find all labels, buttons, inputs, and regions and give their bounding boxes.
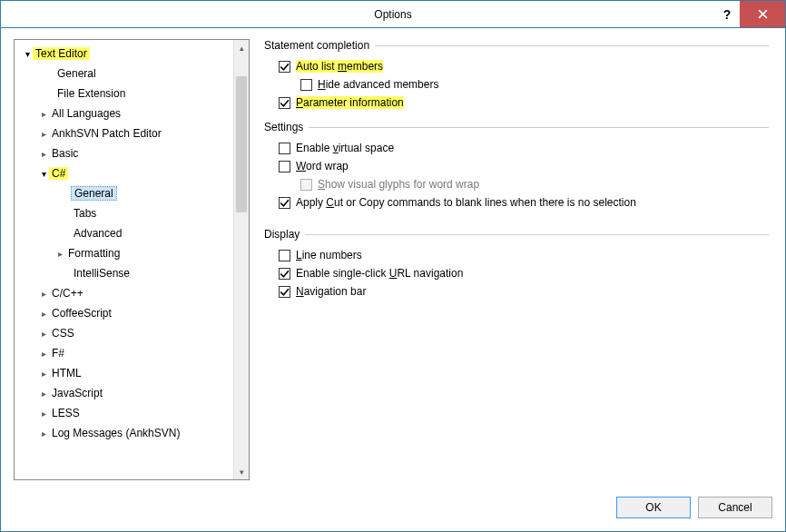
- expand-icon[interactable]: ▸: [38, 429, 49, 438]
- dialog-body: ▾ Text Editor General File Extension ▸Al…: [1, 28, 785, 488]
- tree-item-cpp[interactable]: ▸C/C++: [15, 283, 233, 303]
- tree-item-basic[interactable]: ▸Basic: [15, 143, 233, 163]
- label-cut-copy-blank[interactable]: Apply Cut or Copy commands to blank line…: [296, 196, 636, 209]
- group-display: Display Line numbers Enable single-click…: [262, 228, 769, 300]
- group-legend: Settings: [262, 121, 309, 133]
- tree-item-csharp-formatting[interactable]: ▸Formatting: [15, 243, 233, 263]
- label-auto-list-members[interactable]: Auto list members: [296, 60, 383, 73]
- scroll-up-button[interactable]: ▴: [234, 40, 249, 55]
- label-hide-advanced[interactable]: Hide advanced members: [318, 78, 438, 91]
- expand-icon[interactable]: ▸: [38, 129, 49, 139]
- titlebar: Options ?: [1, 1, 785, 28]
- checkbox-navigation-bar[interactable]: [279, 286, 290, 298]
- expand-icon[interactable]: ▸: [54, 249, 65, 259]
- label-visual-glyphs: Show visual glyphs for word wrap: [318, 178, 479, 191]
- dialog-buttons: OK Cancel: [1, 488, 785, 531]
- label-parameter-info[interactable]: Parameter information: [296, 96, 404, 109]
- label-virtual-space[interactable]: Enable virtual space: [296, 142, 394, 154]
- tree-viewport: ▾ Text Editor General File Extension ▸Al…: [15, 40, 233, 479]
- window-title: Options: [374, 8, 411, 21]
- scroll-thumb[interactable]: [236, 76, 247, 212]
- expand-icon[interactable]: ▸: [38, 369, 49, 379]
- group-settings: Settings Enable virtual space Word wrap …: [262, 121, 769, 212]
- checkbox-cut-copy-blank[interactable]: [279, 197, 290, 209]
- close-button[interactable]: [740, 1, 785, 27]
- ok-button[interactable]: OK: [616, 497, 691, 518]
- label-navigation-bar[interactable]: Navigation bar: [296, 285, 366, 298]
- checkbox-line-numbers[interactable]: [279, 250, 290, 261]
- label-url-navigation[interactable]: Enable single-click URL navigation: [296, 267, 463, 280]
- checkbox-parameter-info[interactable]: [279, 97, 290, 109]
- checkbox-word-wrap[interactable]: [279, 161, 290, 172]
- tree-item-less[interactable]: ▸LESS: [15, 403, 233, 423]
- expand-icon[interactable]: ▸: [38, 329, 49, 339]
- tree-scrollbar[interactable]: ▴ ▾: [233, 40, 249, 479]
- expand-icon[interactable]: ▸: [38, 309, 49, 319]
- label-line-numbers[interactable]: Line numbers: [296, 249, 362, 261]
- tree-item-general[interactable]: General: [15, 64, 233, 84]
- group-statement-completion: Statement completion Auto list members H…: [262, 39, 769, 112]
- group-legend: Statement completion: [262, 39, 375, 52]
- tree-item-csharp[interactable]: ▾C#: [15, 163, 233, 183]
- tree-item-fsharp[interactable]: ▸F#: [15, 343, 233, 363]
- tree-item-ankhsvn-patch[interactable]: ▸AnkhSVN Patch Editor: [15, 123, 233, 143]
- expand-icon[interactable]: ▸: [38, 409, 49, 419]
- scroll-down-button[interactable]: ▾: [234, 464, 249, 479]
- checkbox-hide-advanced[interactable]: [300, 79, 312, 91]
- options-dialog: Options ? ▾ Text Editor General File Ext…: [0, 0, 786, 532]
- checkbox-visual-glyphs: [300, 179, 312, 191]
- expand-icon[interactable]: ▸: [38, 389, 49, 399]
- expand-icon[interactable]: ▸: [38, 149, 49, 159]
- expand-icon[interactable]: ▸: [38, 289, 49, 299]
- tree-item-csharp-tabs[interactable]: Tabs: [15, 203, 233, 223]
- tree-item-csharp-general[interactable]: General: [15, 183, 233, 203]
- expand-icon[interactable]: ▸: [38, 349, 49, 359]
- cancel-button[interactable]: Cancel: [698, 497, 772, 518]
- tree-item-csharp-advanced[interactable]: Advanced: [15, 223, 233, 243]
- tree-item-text-editor[interactable]: ▾ Text Editor: [15, 44, 233, 64]
- collapse-icon[interactable]: ▾: [22, 49, 33, 59]
- checkbox-url-navigation[interactable]: [279, 268, 290, 280]
- checkbox-virtual-space[interactable]: [279, 143, 290, 154]
- checkbox-auto-list-members[interactable]: [279, 61, 290, 73]
- tree-item-file-extension[interactable]: File Extension: [15, 84, 233, 103]
- tree-item-javascript[interactable]: ▸JavaScript: [15, 383, 233, 403]
- tree-item-csharp-intellisense[interactable]: IntelliSense: [15, 263, 233, 283]
- collapse-icon[interactable]: ▾: [38, 169, 49, 179]
- tree-item-html[interactable]: ▸HTML: [15, 363, 233, 383]
- group-legend: Display: [262, 228, 305, 241]
- close-icon: [758, 9, 768, 19]
- expand-icon[interactable]: ▸: [38, 109, 49, 119]
- tree-item-css[interactable]: ▸CSS: [15, 323, 233, 343]
- category-tree: ▾ Text Editor General File Extension ▸Al…: [14, 39, 250, 480]
- help-button[interactable]: ?: [714, 1, 740, 27]
- window-controls: ?: [714, 1, 785, 27]
- settings-pane: Statement completion Auto list members H…: [259, 39, 772, 480]
- tree-item-log-messages[interactable]: ▸Log Messages (AnkhSVN): [15, 423, 233, 443]
- label-word-wrap[interactable]: Word wrap: [296, 160, 349, 172]
- tree-label: Text Editor: [33, 47, 90, 60]
- tree-item-coffeescript[interactable]: ▸CoffeeScript: [15, 303, 233, 323]
- tree-item-all-languages[interactable]: ▸All Languages: [15, 103, 233, 123]
